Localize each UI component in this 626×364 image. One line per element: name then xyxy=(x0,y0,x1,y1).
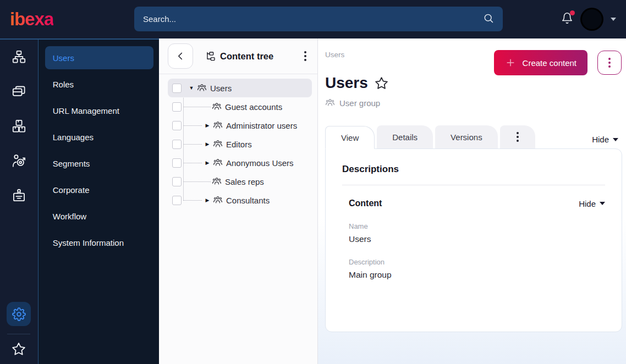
tree-options-button[interactable] xyxy=(302,49,309,63)
field-value-name: Users xyxy=(349,234,605,244)
hide-section-toggle[interactable]: Hide xyxy=(579,199,605,208)
sidebar-item-label: Corporate xyxy=(53,185,90,195)
tree-item-editors[interactable]: ▶ Editors xyxy=(168,135,312,153)
checkbox[interactable] xyxy=(172,177,182,186)
ibexa-logo: ibexa xyxy=(10,9,53,30)
tab-versions[interactable]: Versions xyxy=(435,125,498,148)
tree-item-anonymous-users[interactable]: ▶ Anonymous Users xyxy=(168,153,312,172)
tree-item-guest-accounts[interactable]: Guest accounts xyxy=(168,97,312,116)
user-group-icon xyxy=(212,102,222,112)
tab-more-button[interactable] xyxy=(500,125,535,148)
global-search[interactable] xyxy=(134,7,503,31)
tree-item-label: Administrator users xyxy=(226,121,297,130)
sidebar-item-system-information[interactable]: System Information xyxy=(45,231,153,254)
page-title: Users xyxy=(325,74,368,92)
tree-item-label: Consultants xyxy=(226,196,270,205)
kebab-icon xyxy=(517,132,519,142)
user-group-icon xyxy=(213,195,223,205)
tree-connector xyxy=(183,200,202,201)
descriptions-heading: Descriptions xyxy=(342,164,605,185)
main-content: Users Create content Users User group Vi… xyxy=(318,38,626,364)
search-icon[interactable] xyxy=(483,13,494,26)
sidebar-item-corporate[interactable]: Corporate xyxy=(45,178,153,201)
user-avatar[interactable] xyxy=(582,9,602,29)
icon-rail xyxy=(0,38,39,364)
field-label-name: Name xyxy=(349,222,605,230)
checkbox[interactable] xyxy=(172,158,182,168)
sidebar-item-label: Users xyxy=(53,53,74,63)
content-section-heading: Content xyxy=(349,198,382,208)
field-value-description: Main group xyxy=(349,270,605,280)
kebab-icon xyxy=(608,58,611,68)
expand-caret-icon[interactable]: ▶ xyxy=(203,141,212,147)
tree-item-consultants[interactable]: ▶ Consultants xyxy=(168,191,312,209)
tree-item-administrator-users[interactable]: ▶ Administrator users xyxy=(168,116,312,135)
star-icon xyxy=(12,342,26,356)
content-tree-list: ▼ Users Guest accounts ▶ Administrator u… xyxy=(159,74,317,209)
bookmarks-button[interactable] xyxy=(12,342,26,356)
rail-divider xyxy=(7,334,30,334)
sidebar-item-segments[interactable]: Segments xyxy=(45,152,153,175)
sidebar-item-users[interactable]: Users xyxy=(45,46,153,69)
collapse-tree-button[interactable] xyxy=(168,43,193,69)
favorite-star-icon[interactable] xyxy=(375,76,388,90)
checkbox[interactable] xyxy=(172,102,182,112)
sidebar-item-label: Segments xyxy=(53,159,90,168)
user-menu-caret-icon[interactable] xyxy=(611,18,616,21)
checkbox[interactable] xyxy=(172,196,182,205)
sidebar-item-label: Workflow xyxy=(53,212,86,221)
tree-item-sales-reps[interactable]: Sales reps xyxy=(168,172,312,191)
settings-button[interactable] xyxy=(7,302,31,326)
sidebar-item-languages[interactable]: Languages xyxy=(45,125,153,148)
tree-item-label: Anonymous Users xyxy=(226,158,294,168)
content-tree-panel: Content tree ▼ Users Guest accounts xyxy=(159,38,318,364)
content-tree-title: Content tree xyxy=(205,51,273,62)
content-tree-icon xyxy=(205,51,216,62)
tab-details[interactable]: Details xyxy=(377,125,433,148)
expand-caret-icon[interactable]: ▼ xyxy=(187,85,196,91)
tree-connector xyxy=(183,107,211,107)
tab-bar: View Details Versions Hide xyxy=(325,125,626,148)
content-type-label: User group xyxy=(339,98,380,108)
top-bar: ibexa xyxy=(0,0,626,38)
view-tab-card: Descriptions Content Hide Name Users Des… xyxy=(325,148,622,332)
tree-item-users[interactable]: ▼ Users xyxy=(168,79,312,97)
sidebar-item-roles[interactable]: Roles xyxy=(45,73,153,96)
product-catalog-icon[interactable] xyxy=(12,119,26,134)
field-label-description: Description xyxy=(349,258,605,266)
user-group-icon xyxy=(213,158,223,168)
sidebar-item-url-management[interactable]: URL Management xyxy=(45,99,153,122)
create-content-button[interactable]: Create content xyxy=(494,50,587,75)
expand-caret-icon[interactable]: ▶ xyxy=(203,123,212,128)
tree-connector xyxy=(183,144,202,145)
notifications-button[interactable] xyxy=(561,12,573,26)
user-group-icon xyxy=(213,120,223,130)
sidebar-item-label: Languages xyxy=(53,133,94,142)
hide-tabs-toggle[interactable]: Hide xyxy=(592,135,618,148)
chevron-left-icon xyxy=(174,50,186,62)
checkbox[interactable] xyxy=(172,121,182,130)
page-options-button[interactable] xyxy=(597,51,622,75)
corporate-account-icon[interactable] xyxy=(12,188,26,203)
admin-pages-icon[interactable] xyxy=(12,84,26,99)
checkbox[interactable] xyxy=(172,84,182,93)
customer-segments-icon[interactable] xyxy=(12,153,26,168)
search-input[interactable] xyxy=(143,14,483,24)
expand-caret-icon[interactable]: ▶ xyxy=(203,160,212,166)
sidebar-item-label: URL Management xyxy=(53,106,119,115)
tab-view[interactable]: View xyxy=(325,126,375,149)
gear-icon xyxy=(12,307,26,321)
user-group-icon xyxy=(212,177,222,186)
notification-dot xyxy=(570,10,575,15)
user-group-icon xyxy=(213,139,223,149)
tree-connector xyxy=(183,181,211,182)
caret-down-icon xyxy=(600,202,605,205)
tree-item-label: Users xyxy=(210,84,232,93)
checkbox[interactable] xyxy=(172,140,182,149)
sidebar-item-workflow[interactable]: Workflow xyxy=(45,205,153,228)
content-structure-icon[interactable] xyxy=(12,49,26,64)
sidebar-item-label: Roles xyxy=(53,80,74,89)
user-group-icon xyxy=(325,98,335,108)
tree-connector xyxy=(183,125,202,126)
expand-caret-icon[interactable]: ▶ xyxy=(203,197,212,203)
